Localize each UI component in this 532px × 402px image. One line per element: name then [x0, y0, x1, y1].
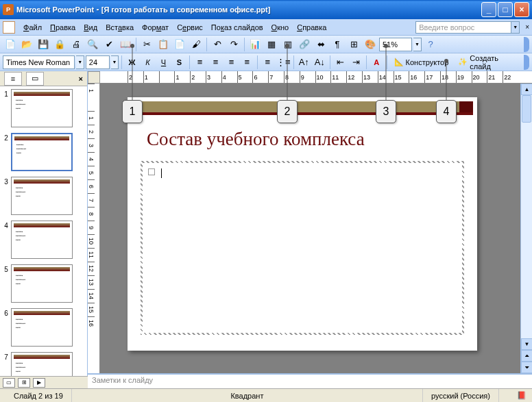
preview-button[interactable]: 🔍 — [85, 37, 100, 52]
callout-3: 3 — [376, 100, 396, 123]
svg-point-1 — [130, 44, 134, 48]
align-right-button[interactable]: ≡ — [224, 55, 239, 70]
scroll-down[interactable]: ▼ — [521, 338, 532, 350]
document-icon — [3, 21, 15, 34]
sorter-view-button[interactable]: ⊞ — [18, 378, 30, 388]
expand-button[interactable]: ⬌ — [313, 37, 328, 52]
callout-1: 1 — [122, 100, 143, 123]
italic-button[interactable]: К — [141, 55, 155, 70]
numbering-button[interactable]: ≡ — [261, 55, 275, 70]
menu-bar: Файл Правка Вид Вставка Формат Сервис По… — [0, 19, 532, 36]
ruler-corner — [88, 71, 100, 84]
font-dropdown[interactable]: ▼ — [76, 55, 84, 69]
ask-question-input[interactable]: Введите вопрос — [415, 21, 511, 34]
align-center-button[interactable]: ≡ — [208, 55, 223, 70]
slide-panel: ≡ ▭ × 1▪▪▪▪▪▪▪▪▪▪▪▪▪▪▪▪▪▪2▪▪▪▪▪▪▪▪▪▪▪▪▪▪… — [0, 71, 88, 388]
menu-tools[interactable]: Сервис — [173, 22, 207, 33]
status-bar: Слайд 2 из 19 Квадрант русский (Россия) … — [0, 388, 532, 402]
chart-button[interactable]: 📊 — [247, 37, 263, 52]
shadow-button[interactable]: S — [172, 55, 186, 70]
decrease-indent-button[interactable]: ⇤ — [333, 55, 348, 70]
thumbnail-slide[interactable]: 6▪▪▪▪▪▪▪▪▪▪▪▪▪▪▪▪▪▪ — [1, 308, 86, 347]
increase-indent-button[interactable]: ⇥ — [349, 55, 363, 70]
slides-tab[interactable]: ▭ — [26, 72, 44, 86]
status-design: Квадрант — [72, 389, 423, 402]
new-slide-button[interactable]: ✨ Создать слайд — [454, 55, 522, 70]
save-button[interactable]: 💾 — [36, 37, 51, 52]
next-slide[interactable]: ⏷ — [521, 362, 532, 373]
thumbnails-list[interactable]: 1▪▪▪▪▪▪▪▪▪▪▪▪▪▪▪▪▪▪2▪▪▪▪▪▪▪▪▪▪▪▪▪▪▪▪▪▪3▪… — [0, 86, 87, 388]
outline-tab[interactable]: ≡ — [4, 72, 22, 86]
menu-help[interactable]: Справка — [293, 22, 330, 33]
slide-canvas[interactable]: Состав учебного комплекса — [100, 84, 520, 373]
status-slide-pos: Слайд 2 из 19 — [5, 389, 72, 402]
mdi-close[interactable]: × — [525, 23, 529, 31]
normal-view-button[interactable]: ▭ — [3, 378, 15, 388]
grid-button[interactable]: ⊞ — [346, 37, 361, 52]
vertical-ruler[interactable]: 112345678910111213141516 — [88, 84, 100, 373]
paste-button[interactable]: 📄 — [172, 37, 187, 52]
scroll-up[interactable]: ▲ — [521, 84, 532, 95]
thumbnail-slide[interactable]: 5▪▪▪▪▪▪▪▪▪▪▪▪▪▪▪▪▪▪ — [1, 264, 86, 303]
fontsize-dropdown[interactable]: ▼ — [111, 55, 119, 69]
maximize-button[interactable]: □ — [498, 2, 513, 17]
increase-font-button[interactable]: A↑ — [297, 55, 311, 70]
svg-point-7 — [444, 59, 448, 63]
panel-close[interactable]: × — [79, 75, 83, 83]
menu-edit[interactable]: Правка — [46, 22, 80, 33]
spelling-button[interactable]: ✔ — [101, 37, 117, 52]
slide-accent-line — [132, 112, 473, 115]
new-button[interactable]: 📄 — [3, 37, 18, 52]
menu-file[interactable]: Файл — [19, 22, 46, 33]
bullet-icon — [148, 168, 155, 175]
menu-format[interactable]: Формат — [138, 22, 173, 33]
slide[interactable]: Состав учебного комплекса — [128, 97, 477, 351]
text-cursor — [161, 168, 162, 178]
slideshow-view-button[interactable]: ▶ — [33, 378, 45, 388]
thumbnail-slide[interactable]: 1▪▪▪▪▪▪▪▪▪▪▪▪▪▪▪▪▪▪ — [1, 89, 86, 127]
decrease-font-button[interactable]: A↓ — [313, 55, 327, 70]
font-input[interactable]: Times New Roman — [3, 55, 75, 69]
callout-4: 4 — [436, 100, 457, 123]
undo-button[interactable]: ↶ — [210, 37, 225, 52]
view-buttons: ▭ ⊞ ▶ — [0, 376, 88, 388]
redo-button[interactable]: ↷ — [226, 37, 241, 52]
title-bar: P Microsoft PowerPoint - [Я готов работа… — [0, 0, 532, 19]
zoom-dropdown[interactable]: ▼ — [413, 38, 422, 51]
prev-slide[interactable]: ⏶ — [521, 350, 532, 362]
print-button[interactable]: 🖨 — [69, 37, 84, 52]
menu-slideshow[interactable]: Показ слайдов — [207, 22, 267, 33]
content-placeholder[interactable] — [138, 159, 466, 337]
thumbnail-slide[interactable]: 4▪▪▪▪▪▪▪▪▪▪▪▪▪▪▪▪▪▪ — [1, 221, 86, 259]
app-icon: P — [3, 4, 14, 15]
open-button[interactable]: 📂 — [19, 37, 34, 52]
status-icons: 📕 — [499, 391, 527, 400]
svg-point-5 — [384, 44, 388, 48]
svg-point-3 — [285, 44, 289, 48]
fontsize-input[interactable]: 24 — [86, 55, 110, 69]
hyperlink-button[interactable]: 🔗 — [297, 37, 312, 52]
menu-insert[interactable]: Вставка — [101, 22, 138, 33]
copy-button[interactable]: 📋 — [156, 37, 171, 52]
minimize-button[interactable]: _ — [481, 2, 496, 17]
menu-view[interactable]: Вид — [80, 22, 101, 33]
ask-dropdown[interactable]: ▼ — [511, 21, 520, 34]
thumbnail-slide[interactable]: 2▪▪▪▪▪▪▪▪▪▪▪▪▪▪▪▪▪▪ — [1, 133, 86, 171]
help-button[interactable]: ? — [423, 37, 438, 52]
permission-button[interactable]: 🔒 — [52, 37, 67, 52]
close-button[interactable]: × — [514, 2, 529, 17]
underline-button[interactable]: Ч — [156, 55, 171, 70]
slide-title[interactable]: Состав учебного комплекса — [147, 129, 365, 150]
vertical-scrollbar[interactable]: ▲ ▼ ⏶ ⏷ — [520, 84, 532, 373]
thumbnail-slide[interactable]: 3▪▪▪▪▪▪▪▪▪▪▪▪▪▪▪▪▪▪ — [1, 177, 86, 215]
horizontal-ruler[interactable]: 2112345678910111213141516171819202122 — [100, 71, 532, 84]
align-left-button[interactable]: ≡ — [193, 55, 207, 70]
window-title: Microsoft PowerPoint - [Я готов работать… — [16, 5, 481, 14]
notes-pane[interactable]: Заметки к слайду — [88, 373, 532, 388]
show-formatting-button[interactable]: ¶ — [330, 37, 345, 52]
distribute-button[interactable]: ≡ — [240, 55, 254, 70]
format-painter-button[interactable]: 🖌 — [189, 37, 204, 52]
scroll-thumb[interactable] — [522, 95, 531, 123]
status-language[interactable]: русский (Россия) — [423, 389, 499, 402]
menu-window[interactable]: Окно — [267, 22, 293, 33]
